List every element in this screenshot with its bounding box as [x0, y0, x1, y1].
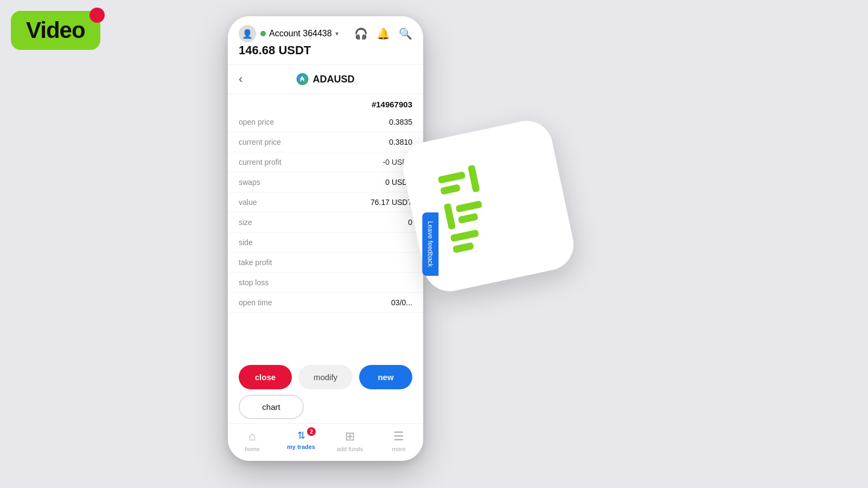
nav-label-add-funds: add funds	[337, 446, 363, 452]
search-icon[interactable]: 🔍	[399, 27, 412, 40]
action-buttons: close modify new chart	[228, 356, 423, 423]
nav-item-add-funds[interactable]: ⊞ add funds	[331, 429, 369, 452]
detail-label-take-profit: take profit	[239, 258, 272, 267]
detail-label-side: side	[239, 238, 253, 247]
account-label: Account 364438	[269, 29, 332, 38]
balance: 146.68 USDT	[239, 43, 412, 57]
nav-item-home[interactable]: ⌂ home	[233, 429, 271, 452]
button-row-2: chart	[239, 395, 412, 419]
trade-id: #14967903	[228, 94, 423, 112]
my-trades-icon: ⇅	[297, 429, 305, 441]
nav-label-home: home	[245, 446, 260, 452]
modify-button[interactable]: modify	[298, 365, 353, 389]
feedback-tab[interactable]: Leave feedback	[423, 213, 439, 276]
phone: 👤 Account 364438 ▾ 🎧 🔔 🔍 146.68 USDT ‹	[228, 16, 423, 461]
button-row-1: close modify new	[239, 365, 412, 389]
detail-row-stop-loss: stop loss	[228, 273, 423, 293]
bell-icon[interactable]: 🔔	[376, 27, 390, 40]
detail-value-open-price: 0.3835	[389, 118, 412, 126]
pair-flag-icon: ₳	[296, 73, 308, 85]
my-trades-badge: 2	[307, 427, 316, 436]
nav-item-more[interactable]: ☰ more	[380, 429, 418, 452]
detail-row-current-profit: current profit -0 USDT	[228, 152, 423, 172]
back-button[interactable]: ‹	[239, 72, 242, 86]
headset-icon[interactable]: 🎧	[354, 27, 368, 40]
detail-row-size: size 0	[228, 213, 423, 233]
account-row[interactable]: Account 364438 ▾	[260, 29, 339, 38]
detail-row-open-time: open time 03/0...	[228, 293, 423, 313]
detail-value-size: 0	[408, 218, 412, 227]
detail-row-take-profit: take profit	[228, 253, 423, 273]
bottom-nav: ⌂ home ⇅ 2 my trades ⊞ add funds ☰ more	[228, 423, 423, 461]
video-badge-text: Video	[26, 17, 85, 43]
trading-logo	[437, 155, 540, 258]
nav-label-my-trades: my trades	[287, 444, 315, 450]
detail-row-swaps: swaps 0 USDT	[228, 172, 423, 192]
header-top: 👤 Account 364438 ▾ 🎧 🔔 🔍	[239, 25, 412, 42]
home-icon: ⌂	[248, 429, 256, 444]
trade-header: ‹ ₳ ADAUSD	[228, 65, 423, 94]
nav-item-my-trades[interactable]: ⇅ 2 my trades	[282, 429, 320, 452]
chevron-down-icon: ▾	[335, 30, 339, 37]
trade-details: #14967903 open price 0.3835 current pric…	[228, 94, 423, 356]
add-funds-icon: ⊞	[345, 429, 355, 444]
nav-label-more: more	[392, 446, 405, 452]
phone-wrapper: 👤 Account 364438 ▾ 🎧 🔔 🔍 146.68 USDT ‹	[228, 16, 445, 472]
detail-label-open-time: open time	[239, 298, 272, 307]
detail-label-swaps: swaps	[239, 178, 260, 187]
header-icons: 🎧 🔔 🔍	[354, 27, 412, 40]
account-status-dot	[260, 31, 266, 36]
detail-value-value: 76.17 USDT	[371, 198, 412, 207]
detail-value-open-time: 03/0...	[391, 298, 412, 307]
detail-label-size: size	[239, 218, 252, 227]
detail-label-current-profit: current profit	[239, 158, 282, 166]
close-button[interactable]: close	[239, 365, 292, 389]
detail-value-current-price: 0.3810	[389, 138, 412, 146]
detail-row-current-price: current price 0.3810	[228, 132, 423, 152]
detail-label-stop-loss: stop loss	[239, 278, 269, 287]
detail-label-value: value	[239, 198, 257, 207]
detail-row-value: value 76.17 USDT	[228, 192, 423, 213]
detail-row-open-price: open price 0.3835	[228, 112, 423, 132]
phone-header: 👤 Account 364438 ▾ 🎧 🔔 🔍 146.68 USDT	[228, 16, 423, 65]
avatar: 👤	[239, 25, 256, 42]
detail-label-current-price: current price	[239, 138, 281, 146]
chart-button[interactable]: chart	[239, 395, 304, 419]
detail-row-side: side	[228, 233, 423, 253]
detail-label-open-price: open price	[239, 118, 274, 126]
video-dot	[90, 8, 105, 23]
more-icon: ☰	[393, 429, 404, 444]
new-button[interactable]: new	[359, 365, 412, 389]
pair-name: ₳ ADAUSD	[296, 73, 354, 85]
video-badge: Video	[11, 11, 100, 50]
